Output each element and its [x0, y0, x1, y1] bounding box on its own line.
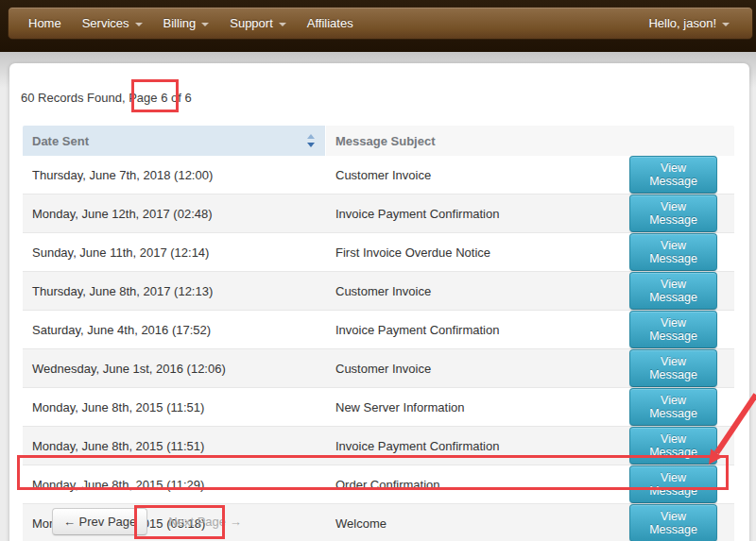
cell-message-subject: Customer Invoice	[326, 348, 620, 387]
nav-user-area: Hello, jason!	[638, 8, 752, 39]
sort-icon[interactable]	[306, 134, 316, 147]
cell-action: View Message	[620, 194, 734, 232]
view-message-button[interactable]: View Message	[629, 427, 717, 465]
cell-action: View Message	[620, 310, 734, 348]
cell-action: View Message	[620, 503, 734, 541]
cell-date-sent: Thursday, June 7th, 2018 (12:00)	[23, 156, 326, 194]
cell-action: View Message	[620, 348, 734, 387]
cell-date-sent: Monday, June 8th, 2015 (11:51)	[23, 387, 326, 426]
cell-message-subject: New Server Information	[326, 387, 620, 426]
nav-item-home[interactable]: Home	[18, 8, 72, 39]
table-row: Thursday, June 7th, 2018 (12:00)Customer…	[23, 156, 734, 194]
cell-action: View Message	[620, 426, 734, 465]
prev-page-button[interactable]: ← Prev Page	[52, 508, 147, 535]
nav-item-label: Services	[82, 16, 129, 30]
column-header-date-sent[interactable]: Date Sent	[23, 126, 326, 156]
view-message-button[interactable]: View Message	[629, 504, 717, 541]
header-band: Home Services Billing Support Affiliates	[0, 0, 756, 52]
view-message-button[interactable]: View Message	[629, 465, 717, 503]
cell-date-sent: Monday, June 12th, 2017 (02:48)	[23, 194, 326, 232]
column-header-actions	[620, 126, 734, 156]
table-row: Monday, June 12th, 2017 (02:48)Invoice P…	[23, 194, 734, 232]
chevron-down-icon	[201, 23, 209, 26]
column-header-label: Date Sent	[32, 134, 89, 148]
view-message-button[interactable]: View Message	[629, 233, 717, 271]
main-navbar: Home Services Billing Support Affiliates	[8, 7, 753, 40]
nav-item-billing[interactable]: Billing	[153, 8, 220, 39]
table-row: Monday, June 8th, 2015 (11:51)New Server…	[23, 387, 734, 426]
table-row: Monday, June 8th, 2015 (11:29)Order Conf…	[23, 465, 734, 503]
records-summary: 60 Records Found, Page 6 of 6	[21, 91, 192, 105]
nav-item-services[interactable]: Services	[72, 8, 153, 39]
chevron-down-icon	[135, 23, 143, 26]
nav-item-label: Affiliates	[307, 16, 353, 30]
cell-action: View Message	[620, 387, 734, 426]
cell-date-sent: Saturday, June 4th, 2016 (17:52)	[23, 310, 326, 348]
cell-action: View Message	[620, 232, 734, 271]
user-menu-label: Hello, jason!	[648, 16, 716, 30]
view-message-button[interactable]: View Message	[629, 349, 717, 387]
table-body: Thursday, June 7th, 2018 (12:00)Customer…	[23, 156, 734, 541]
cell-date-sent: Sunday, June 11th, 2017 (12:14)	[23, 232, 326, 271]
cell-message-subject: Invoice Payment Confirmation	[326, 426, 620, 465]
pagination: ← Prev Page Next Page →	[52, 508, 253, 535]
cell-message-subject: Order Confirmation	[326, 465, 620, 503]
cell-date-sent: Monday, June 8th, 2015 (11:29)	[23, 465, 326, 503]
nav-item-label: Support	[230, 16, 273, 30]
view-message-button[interactable]: View Message	[629, 388, 717, 426]
cell-message-subject: Customer Invoice	[326, 271, 620, 310]
nav-item-affiliates[interactable]: Affiliates	[297, 8, 364, 39]
column-header-message-subject[interactable]: Message Subject	[326, 126, 620, 156]
nav-item-label: Billing	[163, 16, 197, 30]
cell-date-sent: Monday, June 8th, 2015 (11:51)	[23, 426, 326, 465]
next-page-button[interactable]: Next Page →	[157, 509, 252, 534]
email-history-table: Date Sent Message Subject Thursday, June…	[23, 126, 734, 541]
table-header-row: Date Sent Message Subject	[23, 126, 734, 156]
cell-date-sent: Thursday, June 8th, 2017 (12:13)	[23, 271, 326, 310]
cell-message-subject: Customer Invoice	[326, 156, 620, 194]
chevron-down-icon	[279, 23, 286, 26]
cell-message-subject: Invoice Payment Confirmation	[326, 194, 620, 232]
table-row: Saturday, June 4th, 2016 (17:52)Invoice …	[23, 310, 734, 348]
table-row: Monday, June 8th, 2015 (11:51)Invoice Pa…	[23, 426, 734, 465]
cell-action: View Message	[620, 465, 734, 503]
view-message-button[interactable]: View Message	[629, 311, 717, 348]
cell-message-subject: First Invoice Overdue Notice	[326, 232, 620, 271]
cell-action: View Message	[620, 156, 734, 194]
chevron-down-icon	[722, 23, 730, 26]
view-message-button[interactable]: View Message	[629, 156, 717, 194]
cell-message-subject: Welcome	[326, 503, 620, 541]
nav-menu: Home Services Billing Support Affiliates	[9, 8, 638, 39]
table-row: Sunday, June 11th, 2017 (12:14)First Inv…	[23, 232, 734, 271]
cell-message-subject: Invoice Payment Confirmation	[326, 310, 620, 348]
nav-item-label: Home	[28, 16, 61, 30]
table-row: Wednesday, June 1st, 2016 (12:06)Custome…	[23, 348, 734, 387]
cell-action: View Message	[620, 271, 734, 310]
content-card: 60 Records Found, Page 6 of 6 Date Sent …	[9, 63, 749, 541]
cell-date-sent: Wednesday, June 1st, 2016 (12:06)	[23, 348, 326, 387]
user-menu[interactable]: Hello, jason!	[638, 8, 740, 39]
view-message-button[interactable]: View Message	[629, 272, 717, 310]
client-area-screen: Home Services Billing Support Affiliates	[0, 0, 756, 541]
nav-item-support[interactable]: Support	[219, 8, 297, 39]
view-message-button[interactable]: View Message	[629, 194, 717, 232]
table-row: Thursday, June 8th, 2017 (12:13)Customer…	[23, 271, 734, 310]
